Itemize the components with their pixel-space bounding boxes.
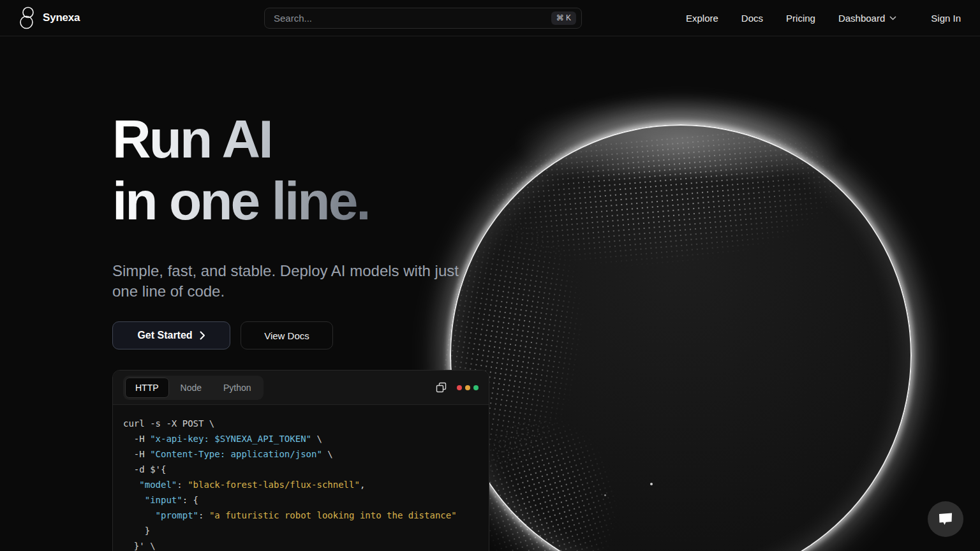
hero-title-line2: in one line. bbox=[112, 171, 369, 231]
code-content: curl -s -X POST \ -H "x-api-key: $SYNEXA… bbox=[113, 405, 489, 551]
get-started-button[interactable]: Get Started bbox=[112, 321, 230, 349]
sign-in-label: Sign In bbox=[931, 13, 961, 24]
search-bar[interactable]: ⌘ K bbox=[264, 8, 582, 29]
code-line: curl -s -X POST \ bbox=[123, 416, 479, 431]
globe-glow bbox=[506, 92, 855, 175]
globe-star bbox=[604, 494, 606, 496]
nav-item-dashboard[interactable]: Dashboard bbox=[838, 13, 896, 24]
view-docs-label: View Docs bbox=[264, 330, 309, 341]
chevron-right-icon bbox=[200, 331, 205, 340]
code-controls bbox=[436, 382, 479, 393]
chat-button[interactable] bbox=[928, 501, 963, 537]
brand-name: Synexa bbox=[43, 11, 80, 24]
window-dot bbox=[457, 385, 462, 390]
code-line: -H "x-api-key: $SYNEXA_API_TOKEN" \ bbox=[123, 431, 479, 446]
code-line: "prompt": "a futuristic robot looking in… bbox=[123, 508, 479, 523]
globe-dots-top bbox=[481, 122, 848, 280]
copy-icon bbox=[436, 382, 447, 393]
cta-row: Get Started View Docs bbox=[112, 321, 333, 349]
code-line: "input": { bbox=[123, 492, 479, 508]
window-dot bbox=[473, 385, 479, 390]
view-docs-button[interactable]: View Docs bbox=[241, 321, 333, 349]
code-panel: HTTP Node Python curl -s -X POST \ -H "x… bbox=[112, 370, 489, 551]
landing-page: Synexa ⌘ K Explore Docs Pricing Dashboar… bbox=[0, 0, 980, 551]
code-line: "model": "black-forest-labs/flux-schnell… bbox=[123, 477, 479, 492]
code-tab-group: HTTP Node Python bbox=[123, 376, 264, 400]
window-dots bbox=[457, 385, 479, 390]
nav-item-docs[interactable]: Docs bbox=[741, 13, 763, 24]
nav-item-label: Explore bbox=[686, 13, 718, 24]
hero-title-line1: Run AI bbox=[112, 109, 272, 169]
search-shortcut-badge: ⌘ K bbox=[551, 11, 576, 24]
window-dot bbox=[465, 385, 470, 390]
nav-item-pricing[interactable]: Pricing bbox=[786, 13, 815, 24]
code-line: }' \ bbox=[123, 538, 479, 551]
hero-title: Run AIin one line. bbox=[112, 108, 369, 232]
tab-node[interactable]: Node bbox=[170, 378, 212, 398]
tab-python[interactable]: Python bbox=[213, 378, 262, 398]
nav-item-label: Dashboard bbox=[838, 13, 885, 24]
globe-graphic bbox=[450, 124, 912, 551]
synexa-logo-icon bbox=[19, 6, 35, 30]
code-line: } bbox=[123, 523, 479, 538]
sign-in-button[interactable]: Sign In bbox=[931, 13, 961, 24]
search-input[interactable] bbox=[274, 13, 551, 24]
code-line: -d $'{ bbox=[123, 462, 479, 477]
tab-http[interactable]: HTTP bbox=[125, 378, 169, 398]
code-line: -H "Content-Type: application/json" \ bbox=[123, 446, 479, 462]
chat-bubble-icon bbox=[937, 511, 954, 527]
code-panel-header: HTTP Node Python bbox=[113, 371, 489, 405]
chevron-down-icon bbox=[889, 16, 896, 20]
hero-subtitle: Simple, fast, and stable. Deploy AI mode… bbox=[112, 261, 482, 302]
brand[interactable]: Synexa bbox=[19, 6, 80, 30]
globe-star bbox=[650, 483, 653, 485]
nav-item-explore[interactable]: Explore bbox=[686, 13, 718, 24]
copy-button[interactable] bbox=[436, 382, 447, 393]
get-started-label: Get Started bbox=[137, 330, 192, 341]
nav-item-label: Docs bbox=[741, 13, 763, 24]
nav-item-label: Pricing bbox=[786, 13, 815, 24]
top-navbar: Synexa ⌘ K Explore Docs Pricing Dashboar… bbox=[0, 0, 980, 36]
primary-nav: Explore Docs Pricing Dashboard Sign In bbox=[686, 13, 961, 24]
